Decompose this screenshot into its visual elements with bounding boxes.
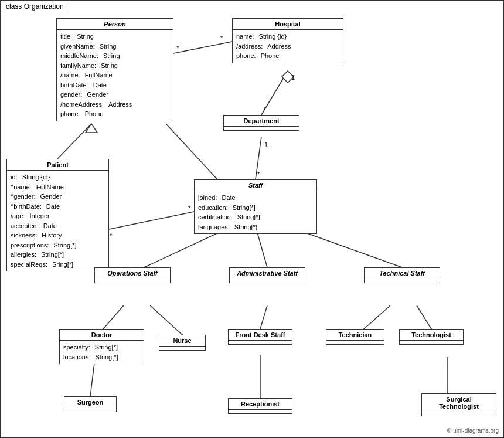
class-administrative-staff-name: Administrative Staff (230, 268, 305, 279)
svg-text:1: 1 (264, 141, 268, 148)
class-person-name: Person (57, 19, 173, 30)
svg-text:*: * (220, 35, 223, 42)
svg-marker-11 (86, 124, 97, 133)
class-department-name: Department (224, 116, 299, 127)
diagram-title: class Organization (1, 1, 69, 12)
class-doctor-name: Doctor (60, 330, 144, 341)
class-nurse-name: Nurse (159, 335, 205, 347)
copyright: © uml-diagrams.org (447, 427, 499, 434)
class-technologist-attrs (400, 341, 463, 344)
class-receptionist-attrs (229, 410, 292, 413)
class-doctor: Doctor specialty:String[*] locations:Str… (59, 329, 144, 364)
svg-line-31 (417, 305, 431, 329)
class-department: Department (223, 115, 299, 131)
class-hospital-name: Hospital (233, 19, 343, 30)
class-surgical-technologist-name: Surgical Technologist (422, 394, 496, 412)
class-technician: Technician (326, 329, 384, 345)
svg-line-7 (256, 137, 261, 179)
class-technical-staff-name: Technical Staff (365, 268, 440, 279)
class-patient: Patient id:String {id} ^name:FullName ^g… (6, 159, 109, 271)
class-administrative-staff: Administrative Staff (229, 267, 305, 283)
class-person: Person title:String givenName:String mid… (56, 18, 173, 121)
class-nurse: Nurse (159, 335, 206, 351)
svg-text:1: 1 (291, 74, 295, 81)
svg-line-10 (57, 124, 91, 159)
svg-line-33 (90, 363, 94, 396)
class-receptionist: Receptionist (228, 398, 292, 414)
svg-text:*: * (188, 205, 191, 212)
class-person-attrs: title:String givenName:String middleName… (57, 30, 173, 121)
svg-marker-4 (282, 71, 294, 83)
svg-text:*: * (263, 106, 266, 113)
class-front-desk-staff: Front Desk Staff (228, 329, 292, 345)
class-operations-staff-name: Operations Staff (95, 268, 170, 279)
svg-line-23 (103, 305, 124, 329)
svg-text:*: * (257, 171, 260, 178)
class-hospital-attrs: name:String {id} /address:Address phone:… (233, 30, 343, 63)
class-department-attrs (224, 127, 299, 130)
class-technologist-name: Technologist (400, 330, 463, 341)
svg-line-29 (364, 305, 390, 329)
class-surgical-technologist-attrs (422, 412, 496, 416)
svg-line-3 (261, 71, 288, 115)
svg-line-12 (166, 124, 217, 179)
diagram-container: class Organization * * 1 * 1 * * * (0, 0, 504, 438)
class-surgeon: Surgeon (64, 396, 117, 412)
class-staff-attrs: joined:Date education:String[*] certific… (195, 191, 316, 233)
class-surgeon-name: Surgeon (64, 397, 116, 408)
class-doctor-attrs: specialty:String[*] locations:String[*] (60, 341, 144, 364)
svg-text:*: * (176, 45, 179, 52)
class-front-desk-staff-attrs (229, 341, 292, 344)
class-receptionist-name: Receptionist (229, 399, 292, 410)
class-operations-staff: Operations Staff (94, 267, 171, 283)
class-technician-attrs (326, 341, 384, 344)
class-technical-staff: Technical Staff (364, 267, 440, 283)
svg-line-25 (150, 305, 182, 335)
class-operations-staff-attrs (95, 279, 170, 283)
class-technologist: Technologist (399, 329, 464, 345)
class-hospital: Hospital name:String {id} /address:Addre… (232, 18, 343, 63)
class-administrative-staff-attrs (230, 279, 305, 283)
class-staff: Staff joined:Date education:String[*] ce… (194, 179, 317, 234)
class-technician-name: Technician (326, 330, 384, 341)
class-staff-name: Staff (195, 180, 316, 191)
class-surgeon-attrs (64, 408, 116, 412)
svg-text:*: * (110, 232, 113, 239)
svg-line-27 (260, 305, 267, 329)
svg-line-14 (109, 212, 194, 229)
class-technical-staff-attrs (365, 279, 440, 283)
svg-line-0 (173, 42, 232, 53)
class-nurse-attrs (159, 347, 205, 350)
class-front-desk-staff-name: Front Desk Staff (229, 330, 292, 341)
class-surgical-technologist: Surgical Technologist (421, 393, 496, 416)
class-patient-name: Patient (7, 159, 108, 171)
class-patient-attrs: id:String {id} ^name:FullName ^gender:Ge… (7, 171, 108, 271)
